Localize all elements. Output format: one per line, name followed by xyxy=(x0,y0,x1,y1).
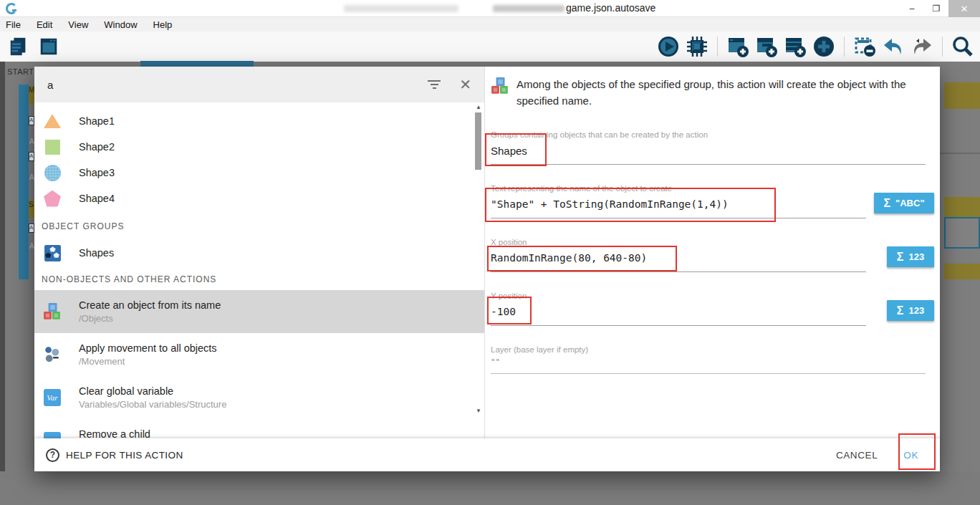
y-position-input[interactable]: -100 xyxy=(491,306,516,317)
list-item-object[interactable]: Shape3 xyxy=(34,160,484,186)
list-item-action-selected[interactable]: Create an object from its name /Objects xyxy=(34,290,484,333)
event-letter: A xyxy=(29,173,34,181)
event-condition-row xyxy=(944,264,980,279)
field-object-name: Text representing the name of the object… xyxy=(491,175,934,229)
list-item-object[interactable]: Shape4 xyxy=(34,186,484,211)
add-subevent-icon[interactable] xyxy=(755,35,778,58)
maximize-button[interactable]: ❐ xyxy=(924,0,948,17)
scroll-down-icon[interactable]: ▼ xyxy=(474,408,484,414)
field-underline xyxy=(491,218,866,218)
search-bar[interactable]: a ✕ xyxy=(34,67,484,102)
event-letter: A xyxy=(29,138,34,145)
field-label: Layer (base layer if empty) xyxy=(491,345,588,354)
window-title: game.json.autosave xyxy=(566,2,655,14)
event-action-chip: A xyxy=(29,116,34,125)
action-description: Among the objects of the specified group… xyxy=(517,77,934,121)
gdevelop-logo-icon xyxy=(6,3,17,14)
triangle-object-icon xyxy=(44,114,61,128)
create-object-icon xyxy=(491,77,509,95)
event-condition-row: M xyxy=(29,86,34,105)
ok-button[interactable]: OK xyxy=(903,450,918,461)
pentagon-object-icon xyxy=(44,191,61,207)
redo-icon[interactable] xyxy=(911,35,933,58)
list-item-action[interactable]: Var Clear global variable Variables/Glob… xyxy=(34,376,484,419)
string-expression-button[interactable]: Σ"ABC" xyxy=(874,193,934,213)
search-icon[interactable] xyxy=(951,35,974,58)
delete-event-icon[interactable] xyxy=(853,35,876,58)
variable-icon: Var xyxy=(44,389,61,406)
field-layer: Layer (base layer if empty) "" xyxy=(491,336,934,390)
close-icon[interactable]: ✕ xyxy=(459,77,471,92)
filter-icon[interactable] xyxy=(426,80,442,89)
help-link[interactable]: HELP FOR THIS ACTION xyxy=(66,450,183,461)
object-name: Shape4 xyxy=(79,193,115,204)
cancel-button[interactable]: CANCEL xyxy=(836,450,878,461)
add-circle-icon[interactable] xyxy=(812,35,835,58)
toolbar-separator xyxy=(942,37,943,57)
toolbar-separator xyxy=(844,37,845,57)
field-underline xyxy=(491,271,866,272)
field-label: Groups containing objects that can be cr… xyxy=(491,130,708,139)
action-title: Remove a child xyxy=(79,428,226,438)
list-item-action[interactable]: Var Remove a child Variables/Global vari… xyxy=(34,419,484,438)
play-preview-icon[interactable] xyxy=(657,35,680,58)
add-event-icon[interactable] xyxy=(726,35,749,58)
action-title: Create an object from its name xyxy=(79,299,221,311)
dialog-footer: ? HELP FOR THIS ACTION CANCEL OK xyxy=(34,438,940,471)
undo-icon[interactable] xyxy=(882,35,905,58)
title-bar: game.json.autosave – ❐ ✕ xyxy=(0,0,980,17)
field-x-position: X position RandomInRange(80, 640-80) Σ12… xyxy=(491,229,934,282)
number-expression-button[interactable]: Σ123 xyxy=(887,246,934,267)
toolbar-separator xyxy=(717,37,718,57)
action-parameters-pane: Among the objects of the specified group… xyxy=(485,67,940,438)
panel-edge xyxy=(0,62,5,471)
scroll-up-icon[interactable]: ▲ xyxy=(474,104,484,110)
circle-object-icon xyxy=(44,165,61,181)
events-start-label: START xyxy=(7,67,34,76)
number-expression-button[interactable]: Σ123 xyxy=(887,300,934,321)
redacted-path-segment xyxy=(493,5,565,12)
menu-view[interactable]: View xyxy=(68,19,88,30)
action-subtitle: /Objects xyxy=(79,313,221,324)
x-position-input[interactable]: RandomInRange(80, 640-80) xyxy=(491,252,647,264)
event-letter: A xyxy=(29,242,34,250)
close-button[interactable]: ✕ xyxy=(948,0,980,17)
apply-movement-icon xyxy=(43,345,62,364)
layer-input[interactable]: "" xyxy=(491,357,500,367)
list-item-object[interactable]: Shape2 xyxy=(34,134,484,160)
action-editor-dialog: a ✕ Shape1 Shape2 Shape3 xyxy=(34,67,940,471)
menu-edit[interactable]: Edit xyxy=(37,19,52,30)
object-name: Shape2 xyxy=(79,141,115,153)
add-comment-icon[interactable] xyxy=(784,35,807,58)
object-name: Shape3 xyxy=(79,167,115,178)
event-indent-bar xyxy=(19,85,29,279)
action-subtitle: /Movement xyxy=(79,356,217,367)
group-input[interactable]: Shapes xyxy=(491,145,527,157)
menu-help[interactable]: Help xyxy=(153,19,173,30)
minimize-button[interactable]: – xyxy=(900,0,924,17)
scene-editor-icon[interactable] xyxy=(37,35,60,58)
scrollbar-thumb[interactable] xyxy=(475,112,481,170)
field-group: Groups containing objects that can be cr… xyxy=(491,121,934,175)
event-action-chip: A xyxy=(29,152,34,161)
project-manager-icon[interactable] xyxy=(7,35,30,58)
sigma-icon: Σ xyxy=(897,251,904,264)
debug-icon[interactable] xyxy=(686,35,708,58)
list-item-group[interactable]: Shapes xyxy=(34,237,484,269)
list-scrollbar[interactable]: ▲ ▼ xyxy=(474,104,484,419)
menu-file[interactable]: File xyxy=(6,19,21,30)
object-name-expression-input[interactable]: "Shape" + ToString(RandomInRange(1,4)) xyxy=(491,198,729,210)
action-list-pane: a ✕ Shape1 Shape2 Shape3 xyxy=(34,67,485,438)
list-item-object[interactable]: Shape1 xyxy=(34,108,484,134)
menu-window[interactable]: Window xyxy=(104,19,137,30)
sigma-icon: Σ xyxy=(897,304,904,317)
object-name: Shape1 xyxy=(79,115,115,127)
selected-event-outline xyxy=(944,217,980,249)
events-sheet-left-edge: START M A A A A S A A xyxy=(0,62,34,471)
search-input[interactable]: a xyxy=(47,79,426,91)
field-label: X position xyxy=(491,238,527,246)
menu-bar: File Edit View Window Help xyxy=(0,17,980,32)
active-tab-indicator xyxy=(140,61,254,67)
list-item-action[interactable]: Apply movement to all objects /Movement xyxy=(34,333,484,376)
help-icon[interactable]: ? xyxy=(46,448,59,462)
